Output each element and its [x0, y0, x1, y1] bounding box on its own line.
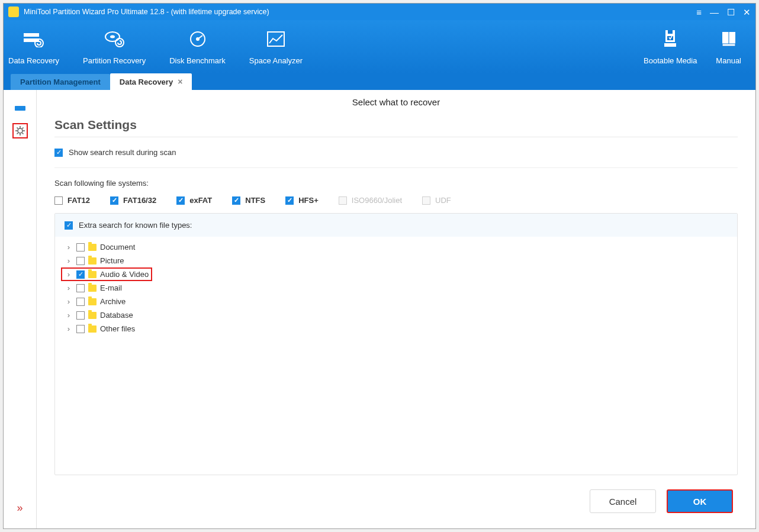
- folder-icon: [88, 312, 97, 319]
- toolbar-manual[interactable]: Manual: [716, 29, 741, 65]
- folder-icon: [88, 325, 97, 333]
- folder-icon: [88, 271, 97, 278]
- file-types-header: ✓ Extra search for known file types:: [55, 214, 737, 237]
- show-result-checkbox[interactable]: ✓: [54, 149, 63, 157]
- app-logo-icon: [8, 7, 19, 17]
- cancel-button[interactable]: Cancel: [590, 489, 656, 513]
- fs-iso9660: ISO9660/Joliet: [339, 196, 402, 205]
- main-panel: Select what to recover Scan Settings ✓ S…: [37, 90, 755, 528]
- section-title: Scan Settings: [54, 112, 738, 137]
- menu-icon[interactable]: ≡: [696, 8, 702, 17]
- svg-rect-17: [15, 106, 25, 111]
- fs-fat16-32: ✓ FAT16/32: [110, 196, 156, 205]
- filesystem-block: Scan following file systems: FAT12 ✓ FAT…: [54, 168, 738, 213]
- chevron-right-icon[interactable]: ›: [65, 311, 73, 320]
- svg-rect-15: [722, 44, 735, 46]
- toolbar-disk-benchmark[interactable]: Disk Benchmark: [169, 29, 226, 65]
- svg-line-26: [22, 128, 23, 129]
- folder-icon: [88, 285, 97, 292]
- window-title: MiniTool Partition Wizard Pro Ultimate 1…: [24, 8, 269, 16]
- show-result-row: ✓ Show search result during scan: [54, 137, 738, 168]
- svg-rect-9: [268, 32, 284, 46]
- document-checkbox[interactable]: [76, 243, 85, 252]
- toolbar-label: Data Recovery: [8, 56, 59, 65]
- fs-exfat: ✓ exFAT: [176, 196, 212, 205]
- svg-line-24: [22, 133, 23, 134]
- chevron-right-icon[interactable]: ›: [65, 256, 73, 265]
- toolbar-label: Disk Benchmark: [169, 56, 226, 65]
- toolbar-partition-recovery[interactable]: Partition Recovery: [83, 29, 146, 65]
- fs-label: UDF: [435, 196, 451, 205]
- tree-row-audio-video: › ✓ Audio & Video: [61, 267, 152, 281]
- file-type-tree: › Document › Picture ›: [55, 237, 737, 339]
- email-checkbox[interactable]: [76, 284, 85, 292]
- database-checkbox[interactable]: [76, 311, 85, 320]
- svg-line-8: [198, 36, 202, 39]
- archive-checkbox[interactable]: [76, 298, 85, 306]
- fs-heading: Scan following file systems:: [54, 179, 738, 188]
- tab-label: Partition Management: [20, 78, 101, 86]
- tab-partition-management[interactable]: Partition Management: [11, 74, 110, 90]
- tree-label: Other files: [100, 324, 135, 333]
- window-controls: ≡ — ☐ ✕: [696, 8, 751, 17]
- fs-label: HFS+: [298, 196, 319, 205]
- file-types-box: ✓ Extra search for known file types: › D…: [54, 213, 738, 475]
- sidebar-expand-icon[interactable]: »: [17, 502, 22, 514]
- fs-label: FAT12: [67, 196, 90, 205]
- tree-row-email: › E-mail: [61, 281, 731, 295]
- picture-checkbox[interactable]: [76, 257, 85, 265]
- main-toolbar: Data Recovery Partition Recovery Disk Be…: [4, 20, 755, 73]
- svg-rect-11: [668, 30, 673, 34]
- svg-point-5: [115, 38, 124, 47]
- fs-label: NTFS: [245, 196, 265, 205]
- audio-video-checkbox[interactable]: ✓: [76, 270, 85, 279]
- minimize-icon[interactable]: —: [710, 8, 719, 17]
- fs-ntfs-checkbox[interactable]: ✓: [232, 196, 240, 205]
- tree-row-archive: › Archive: [61, 295, 731, 308]
- chevron-right-icon[interactable]: ›: [65, 283, 73, 292]
- app-window: MiniTool Partition Wizard Pro Ultimate 1…: [3, 3, 756, 529]
- svg-rect-0: [24, 33, 39, 37]
- scan-settings-icon[interactable]: [12, 123, 28, 138]
- toolbar-data-recovery[interactable]: Data Recovery: [8, 29, 59, 65]
- chevron-right-icon[interactable]: ›: [65, 297, 73, 306]
- tab-data-recovery[interactable]: Data Recovery ×: [110, 73, 192, 90]
- chevron-right-icon[interactable]: ›: [65, 243, 73, 252]
- tree-row-database: › Database: [61, 308, 731, 322]
- bootable-media-icon: [660, 29, 680, 49]
- tree-label: Audio & Video: [100, 270, 149, 279]
- other-checkbox[interactable]: [76, 325, 85, 333]
- close-icon[interactable]: ✕: [743, 8, 751, 17]
- fs-hfs: ✓ HFS+: [285, 196, 319, 205]
- fs-hfs-checkbox[interactable]: ✓: [285, 196, 294, 205]
- fs-fat16-checkbox[interactable]: ✓: [110, 196, 118, 205]
- drive-select-icon[interactable]: [12, 101, 28, 116]
- disk-benchmark-icon: [188, 29, 208, 49]
- extra-search-checkbox[interactable]: ✓: [65, 221, 73, 230]
- chevron-right-icon[interactable]: ›: [65, 324, 73, 333]
- chevron-right-icon[interactable]: ›: [65, 270, 73, 279]
- footer-buttons: Cancel OK: [54, 475, 738, 519]
- svg-line-23: [17, 128, 18, 129]
- toolbar-label: Manual: [716, 56, 741, 65]
- tree-label: Picture: [100, 256, 124, 265]
- fs-exfat-checkbox[interactable]: ✓: [176, 196, 185, 205]
- fs-label: exFAT: [189, 196, 212, 205]
- fs-label: ISO9660/Joliet: [352, 196, 402, 205]
- tree-label: Document: [100, 243, 135, 252]
- ok-button[interactable]: OK: [667, 489, 733, 513]
- sidebar-mini: »: [4, 90, 37, 528]
- toolbar-bootable-media[interactable]: Bootable Media: [644, 29, 697, 65]
- folder-icon: [88, 257, 97, 265]
- manual-icon: [719, 29, 739, 49]
- toolbar-label: Bootable Media: [644, 56, 697, 65]
- tree-label: Database: [100, 311, 133, 320]
- fs-ntfs: ✓ NTFS: [232, 196, 265, 205]
- toolbar-space-analyzer[interactable]: Space Analyzer: [249, 29, 303, 65]
- fs-fat12-checkbox[interactable]: [54, 196, 63, 205]
- tree-row-document: › Document: [61, 240, 731, 254]
- maximize-icon[interactable]: ☐: [727, 8, 735, 17]
- titlebar: MiniTool Partition Wizard Pro Ultimate 1…: [4, 4, 755, 20]
- svg-point-18: [18, 128, 22, 133]
- tab-close-icon[interactable]: ×: [178, 77, 182, 86]
